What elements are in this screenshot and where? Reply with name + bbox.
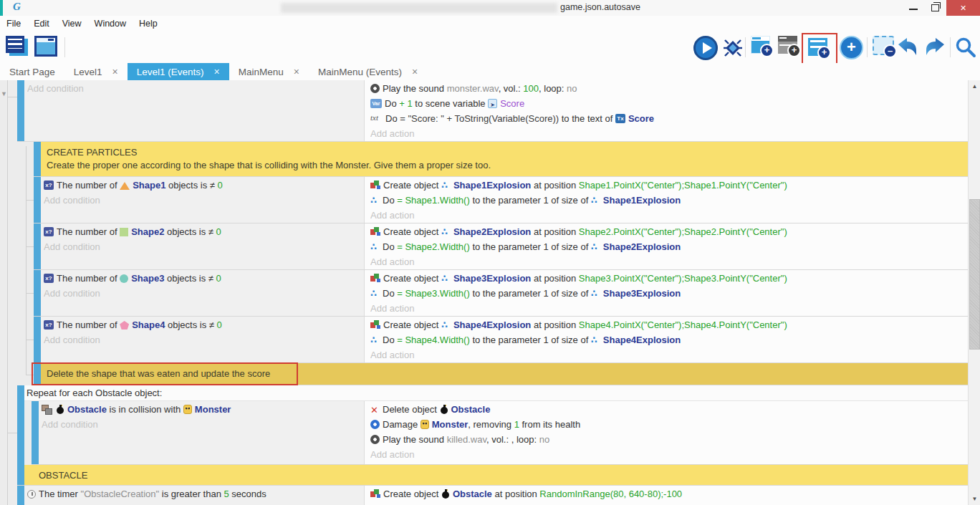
play-icon[interactable] — [693, 36, 718, 60]
debug-icon[interactable] — [722, 37, 744, 61]
event-selector-bar[interactable] — [32, 401, 39, 464]
health-icon — [370, 420, 380, 429]
event-selector-bar[interactable] — [34, 270, 41, 316]
add-object-icon[interactable]: + — [840, 36, 863, 59]
tab-mainmenu[interactable]: MainMenu× — [229, 63, 309, 80]
action-row[interactable]: Do = Shape4.Width() to the parameter 1 o… — [370, 332, 968, 347]
event-selector-bar[interactable] — [17, 80, 24, 141]
tab-mainmenu-events-[interactable]: MainMenu (Events)× — [309, 63, 427, 80]
condition-row[interactable]: The number of Shape2 objects is ≠ 0 — [44, 224, 364, 239]
condition-row[interactable]: The timer "ObstacleCreation" is greater … — [27, 486, 364, 501]
condition-row[interactable]: The number of Shape3 objects is ≠ 0 — [44, 271, 364, 286]
text-object-icon — [615, 114, 625, 123]
tab-label: MainMenu (Events) — [318, 67, 402, 77]
text-action-icon — [370, 114, 383, 123]
add-external-events-icon[interactable] — [778, 36, 797, 54]
scroll-down-icon[interactable]: ▼ — [969, 493, 980, 505]
add-condition-button[interactable]: Add condition — [27, 81, 364, 96]
start-page-icon[interactable] — [34, 36, 57, 57]
action-row[interactable]: Play the sound monster.wav, vol.: 100, l… — [370, 81, 968, 96]
tab-close-icon[interactable]: × — [214, 66, 220, 77]
tab-close-icon[interactable]: × — [294, 66, 299, 77]
add-action-button[interactable]: Add action — [370, 301, 968, 316]
minimize-button[interactable] — [902, 0, 924, 16]
vertical-scrollbar[interactable]: ▲ ▼ — [968, 80, 980, 505]
event-block: The timer "ObstacleCreation" is greater … — [17, 486, 968, 505]
tab-close-icon[interactable]: × — [412, 66, 418, 77]
event-selector-bar[interactable] — [34, 142, 41, 176]
events-list: Add conditionPlay the sound monster.wav,… — [0, 80, 968, 505]
tab-level1[interactable]: Level1× — [64, 63, 128, 80]
add-condition-button[interactable]: Add condition — [44, 332, 364, 347]
condition-row[interactable]: The number of Shape4 objects is ≠ 0 — [44, 317, 364, 332]
event-selector-bar[interactable] — [17, 385, 24, 465]
shape4-pentagon-icon — [120, 321, 129, 330]
menu-file[interactable]: File — [0, 19, 27, 29]
tab-level1-events-[interactable]: Level1 (Events)× — [128, 63, 229, 80]
repeat-event: Repeat for each Obstacle object:Obstacle… — [17, 385, 968, 465]
menu-help[interactable]: Help — [133, 19, 164, 29]
action-row[interactable]: Delete object Obstacle — [370, 402, 968, 417]
close-button[interactable]: ✕ — [946, 0, 980, 16]
particles-icon — [441, 227, 451, 236]
add-event-icon[interactable] — [808, 38, 827, 56]
undo-icon[interactable] — [897, 37, 920, 59]
tab-start-page[interactable]: Start Page — [0, 63, 64, 80]
action-row[interactable]: Damage Monster, removing 1 from its heal… — [370, 417, 968, 432]
remove-selection-icon[interactable] — [873, 36, 894, 55]
add-action-button[interactable]: Add action — [370, 254, 968, 269]
toolbar: + — [0, 32, 980, 63]
event-selector-bar[interactable] — [34, 363, 41, 385]
comment-body[interactable]: CREATE PARTICLESCreate the proper one ac… — [41, 142, 968, 176]
event-selector-bar[interactable] — [34, 317, 41, 362]
add-scene-icon[interactable] — [751, 36, 770, 54]
action-row[interactable]: Create object Shape2Explosion at positio… — [370, 224, 968, 239]
event-selector-bar[interactable] — [34, 177, 41, 223]
count-icon — [44, 320, 54, 330]
menu-edit[interactable]: Edit — [27, 19, 56, 29]
search-icon[interactable] — [954, 36, 977, 61]
add-condition-button[interactable]: Add condition — [44, 239, 364, 254]
comment-body[interactable]: OBSTACLE — [24, 465, 968, 485]
add-condition-button[interactable]: Add condition — [44, 286, 364, 301]
action-row[interactable]: Do = Shape1.Width() to the parameter 1 o… — [370, 193, 968, 208]
create-object-icon — [370, 320, 380, 330]
action-row[interactable]: Create object Shape4Explosion at positio… — [370, 317, 968, 332]
menu-window[interactable]: Window — [88, 19, 133, 29]
restore-button[interactable] — [924, 0, 946, 16]
redo-icon[interactable] — [923, 37, 946, 59]
add-action-button[interactable]: Add action — [370, 208, 968, 223]
add-condition-button[interactable]: Add condition — [42, 417, 364, 432]
application-window: G game.json.autosave ✕ FileEditViewWindo… — [0, 0, 980, 505]
actions-column: Create object Shape1Explosion at positio… — [364, 177, 968, 223]
condition-row[interactable]: The number of Shape1 objects is ≠ 0 — [44, 178, 364, 193]
comment-body[interactable]: Delete the shape that was eaten and upda… — [41, 363, 968, 385]
scrollbar-thumb[interactable] — [969, 199, 980, 350]
menu-view[interactable]: View — [56, 19, 88, 29]
action-row[interactable]: Do = Shape3.Width() to the parameter 1 o… — [370, 286, 968, 301]
action-row[interactable]: Play the sound killed.wav, vol.: , loop:… — [370, 432, 968, 447]
action-row[interactable]: Do = "Score: " + ToString(Variable(Score… — [370, 111, 968, 126]
action-row[interactable]: Do = Shape2.Width() to the parameter 1 o… — [370, 239, 968, 254]
action-row[interactable]: Do + 1 to scene variable Score — [370, 96, 968, 111]
redacted-title-text — [281, 3, 557, 13]
tab-label: Start Page — [9, 67, 55, 77]
add-condition-button[interactable]: Add condition — [44, 193, 364, 208]
particles-icon — [441, 181, 451, 190]
condition-row[interactable]: Obstacle is in collision with Monster — [42, 402, 364, 417]
action-row[interactable]: Create object Shape3Explosion at positio… — [370, 271, 968, 286]
scroll-up-icon[interactable]: ▲ — [969, 80, 980, 92]
add-action-button[interactable]: Add action — [370, 126, 968, 141]
event-selector-bar[interactable] — [17, 486, 24, 505]
action-row[interactable]: Create object Obstacle at position Rando… — [370, 486, 968, 501]
event-block: The number of Shape1 objects is ≠ 0Add c… — [34, 177, 968, 223]
count-icon — [44, 274, 54, 283]
add-action-button[interactable]: Add action — [370, 347, 968, 362]
repeat-header[interactable]: Repeat for each Obstacle object: — [24, 385, 968, 401]
add-action-button[interactable]: Add action — [370, 447, 968, 462]
event-selector-bar[interactable] — [34, 223, 41, 269]
tab-close-icon[interactable]: × — [112, 66, 118, 77]
action-row[interactable]: Create object Shape1Explosion at positio… — [370, 178, 968, 193]
event-selector-bar[interactable] — [17, 465, 24, 485]
project-manager-icon[interactable] — [6, 36, 24, 53]
